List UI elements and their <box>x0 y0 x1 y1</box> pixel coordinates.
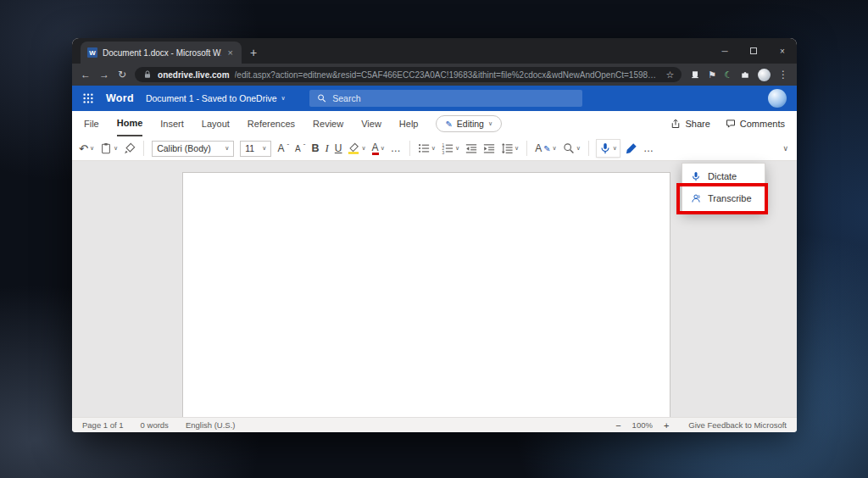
collapse-ribbon-chevron-icon[interactable]: ∨ <box>782 144 790 153</box>
increase-indent-button[interactable] <box>483 142 495 154</box>
url-omnibox[interactable]: onedrive.live.com /edit.aspx?action=edit… <box>135 67 682 82</box>
search-icon <box>317 93 326 103</box>
browser-menu-icon[interactable]: ⋮ <box>778 69 788 81</box>
menu-review[interactable]: Review <box>313 111 343 136</box>
bold-button[interactable]: B <box>311 142 319 154</box>
browser-tab[interactable]: W Document 1.docx - Microsoft W... × <box>81 42 242 64</box>
secure-lock-icon <box>142 69 153 80</box>
url-path: /edit.aspx?action=editnew&resid=C5AF466E… <box>235 70 661 80</box>
share-label: Share <box>685 119 709 129</box>
search-box[interactable] <box>309 90 582 107</box>
annotation-highlight-box <box>676 183 768 214</box>
decrease-indent-button[interactable] <box>465 142 477 154</box>
menu-references[interactable]: References <box>248 111 295 136</box>
font-name-select[interactable]: Calibri (Body) ∨ <box>152 141 234 157</box>
styles-letter: A <box>535 142 542 154</box>
shrink-font-button[interactable]: A ˇ <box>295 144 305 153</box>
editing-mode-label: Editing <box>457 119 484 129</box>
undo-button[interactable]: ↶ ∨ <box>79 143 94 154</box>
chevron-down-icon: ∨ <box>553 145 557 152</box>
svg-text:3: 3 <box>442 151 444 154</box>
window-close-button[interactable]: × <box>768 47 797 56</box>
browser-window: W Document 1.docx - Microsoft W... × + ─… <box>72 38 797 432</box>
app-name[interactable]: Word <box>106 92 134 104</box>
profile-extension-icon[interactable] <box>758 69 771 81</box>
zoom-level[interactable]: 100% <box>632 420 653 430</box>
toolbar-divider <box>409 141 410 156</box>
tab-close-icon[interactable]: × <box>226 47 235 58</box>
pencil-icon: ✎ <box>445 119 452 129</box>
search-input[interactable] <box>332 93 575 103</box>
dictate-button[interactable]: ∨ <box>597 140 620 157</box>
share-icon <box>670 119 681 129</box>
line-spacing-icon <box>501 142 513 154</box>
font-size-select[interactable]: 11 ∨ <box>240 141 271 157</box>
extensions-puzzle-icon[interactable] <box>740 69 750 80</box>
document-title-text: Document 1 - Saved to OneDrive <box>146 93 277 103</box>
grow-font-button[interactable]: A ˆ <box>277 142 289 154</box>
window-minimize-button[interactable]: ─ <box>710 47 739 56</box>
chevron-down-icon: ∨ <box>488 120 492 127</box>
comments-button[interactable]: Comments <box>726 119 785 129</box>
zoom-out-button[interactable]: − <box>615 420 620 431</box>
font-color-button[interactable]: A ∨ <box>372 142 385 155</box>
chevron-down-icon: ∨ <box>361 145 365 152</box>
chevron-down-icon: ∨ <box>281 95 286 102</box>
word-menu-bar: File Home Insert Layout References Revie… <box>72 111 797 136</box>
editor-button[interactable] <box>626 142 637 154</box>
feedback-link[interactable]: Give Feedback to Microsoft <box>688 420 787 430</box>
highlight-color-button[interactable]: ∨ <box>348 142 365 154</box>
forward-button[interactable]: → <box>99 69 109 81</box>
chevron-down-icon: ∨ <box>455 145 459 152</box>
app-launcher-waffle-icon[interactable] <box>82 92 94 104</box>
menu-layout[interactable]: Layout <box>202 111 230 136</box>
language-status[interactable]: English (U.S.) <box>186 420 236 430</box>
document-page[interactable] <box>182 172 670 417</box>
menu-bar-right: Share Comments <box>670 119 785 129</box>
paste-button[interactable]: ∨ <box>100 142 118 154</box>
desktop-background: W Document 1.docx - Microsoft W... × + ─… <box>0 0 868 478</box>
menu-insert[interactable]: Insert <box>160 111 184 136</box>
comments-label: Comments <box>740 119 785 129</box>
italic-button[interactable]: I <box>325 142 328 155</box>
font-group-overflow-button[interactable]: … <box>391 142 402 154</box>
chevron-down-icon: ∨ <box>576 145 581 152</box>
numbered-list-button[interactable]: 123 ∨ <box>442 142 459 154</box>
chevron-down-icon: ∨ <box>381 145 385 152</box>
reload-button[interactable]: ↻ <box>118 69 126 81</box>
editing-mode-button[interactable]: ✎ Editing ∨ <box>436 115 502 132</box>
menu-home[interactable]: Home <box>117 111 143 136</box>
bullet-list-icon <box>418 142 430 154</box>
menu-help[interactable]: Help <box>399 111 419 136</box>
find-button[interactable]: ∨ <box>563 142 581 154</box>
styles-button[interactable]: A ✎ ∨ <box>535 142 557 154</box>
bullet-list-button[interactable]: ∨ <box>418 142 436 154</box>
format-painter-button[interactable] <box>124 142 136 154</box>
word-count-status[interactable]: 0 words <box>141 420 169 430</box>
underline-button[interactable]: U <box>335 142 342 154</box>
new-tab-button[interactable]: + <box>250 47 257 58</box>
undo-icon: ↶ <box>79 143 88 154</box>
menu-file[interactable]: File <box>84 111 99 136</box>
page-count-status[interactable]: Page 1 of 1 <box>82 420 124 430</box>
zoom-in-button[interactable]: + <box>664 420 669 431</box>
extension-moon-icon[interactable]: ☾ <box>724 69 732 81</box>
ribbon-overflow-button[interactable]: … <box>643 142 654 154</box>
back-button[interactable]: ← <box>81 69 91 81</box>
line-spacing-button[interactable]: ∨ <box>501 142 519 154</box>
menu-view[interactable]: View <box>361 111 381 136</box>
status-bar: Page 1 of 1 0 words English (U.S.) − 100… <box>72 417 797 432</box>
bookmark-star-icon[interactable]: ☆ <box>665 69 674 81</box>
numbered-list-icon: 123 <box>442 142 453 154</box>
window-maximize-button[interactable] <box>739 47 768 56</box>
decrease-indent-icon <box>465 142 477 154</box>
status-bar-right: − 100% + Give Feedback to Microsoft <box>615 420 787 431</box>
url-host: onedrive.live.com <box>158 70 229 80</box>
share-button[interactable]: Share <box>670 119 709 129</box>
extension-icon[interactable] <box>690 69 700 80</box>
extension-flag-icon[interactable]: ⚑ <box>708 69 716 81</box>
document-title[interactable]: Document 1 - Saved to OneDrive ∨ <box>146 93 286 103</box>
account-avatar[interactable] <box>768 89 787 108</box>
increase-indent-icon <box>483 142 495 154</box>
word-favicon-icon: W <box>87 47 97 58</box>
